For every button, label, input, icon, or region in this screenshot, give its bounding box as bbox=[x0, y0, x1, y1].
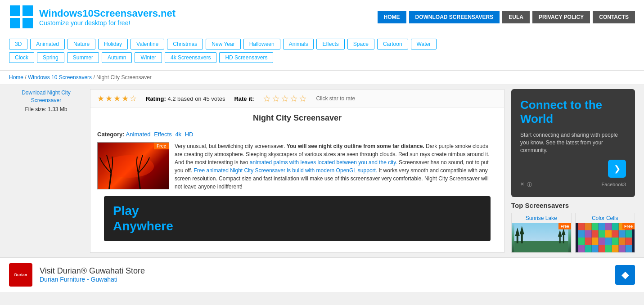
rate-star-1[interactable]: ☆ bbox=[263, 93, 271, 104]
rating-value: 4.2 bbox=[167, 95, 176, 102]
cat-animals[interactable]: Animals bbox=[283, 39, 314, 49]
durian-main-text: Visit Durian® Guwahati Store bbox=[40, 266, 145, 276]
svg-rect-38 bbox=[598, 238, 605, 245]
svg-rect-14 bbox=[559, 236, 561, 243]
svg-rect-16 bbox=[563, 234, 564, 243]
svg-rect-28 bbox=[585, 230, 591, 238]
cat-autumn[interactable]: Autumn bbox=[102, 52, 132, 63]
file-size: File size: 1.33 Mb bbox=[9, 106, 83, 112]
cat-summer[interactable]: Summer bbox=[67, 52, 99, 63]
privacy-button[interactable]: PRIVACY POLICY bbox=[532, 11, 590, 23]
cat-clock[interactable]: Clock bbox=[9, 52, 34, 63]
svg-rect-34 bbox=[625, 230, 632, 238]
center-content: ★ ★ ★ ★ ☆ Rating: 4.2 based on 45 votes … bbox=[90, 89, 504, 253]
breadcrumb-home[interactable]: Home bbox=[9, 74, 23, 81]
durian-sub-text: Durian Furniture - Guwahati bbox=[40, 276, 145, 283]
download-button[interactable]: DOWNLOAD SCREENSAVERS bbox=[409, 11, 500, 23]
durian-logo: Durian bbox=[9, 263, 32, 287]
rate-star-3[interactable]: ☆ bbox=[281, 93, 289, 104]
cat-link-4k[interactable]: 4k bbox=[175, 131, 181, 138]
cat-link-hd[interactable]: HD bbox=[185, 131, 194, 138]
download-link[interactable]: Download Night City Screensaver bbox=[9, 89, 83, 104]
screenshot-box: Free bbox=[97, 142, 169, 189]
svg-rect-47 bbox=[605, 245, 612, 252]
right-sidebar: Connect to the World Start connecting an… bbox=[504, 89, 635, 253]
breadcrumb-section[interactable]: Windows 10 Screensavers bbox=[28, 74, 92, 81]
svg-line-6 bbox=[109, 173, 111, 189]
screensaver-body: Category: Animated Effects 4k HD Free bbox=[90, 126, 504, 250]
cat-christmas[interactable]: Christmas bbox=[167, 39, 203, 49]
category-line: Category: Animated Effects 4k HD bbox=[97, 131, 497, 138]
svg-rect-2 bbox=[10, 18, 20, 28]
svg-rect-46 bbox=[598, 245, 605, 252]
cat-cartoon[interactable]: Cartoon bbox=[377, 39, 408, 49]
cat-water[interactable]: Water bbox=[411, 39, 437, 49]
fb-title: Connect to the World bbox=[520, 98, 626, 126]
rate-star-4[interactable]: ☆ bbox=[290, 93, 298, 104]
play-anywhere-ad: Play Anywhere bbox=[104, 196, 491, 241]
cat-4k[interactable]: 4k Screensavers bbox=[165, 52, 216, 63]
svg-rect-36 bbox=[585, 238, 591, 245]
durian-brand: Durian bbox=[14, 273, 27, 277]
durian-logo-inner: Durian bbox=[12, 266, 30, 284]
contacts-button[interactable]: CONTACTS bbox=[593, 11, 635, 23]
cat-spring[interactable]: Spring bbox=[37, 52, 64, 63]
svg-rect-29 bbox=[591, 230, 598, 238]
cat-space[interactable]: Space bbox=[347, 39, 374, 49]
category-label: Category: bbox=[97, 131, 125, 138]
screensaver-card-colorcells[interactable]: Color Cells bbox=[575, 213, 635, 253]
palm-silhouette bbox=[98, 144, 161, 189]
ad-line2: Anywhere bbox=[113, 219, 173, 234]
sunrise-card-image: Free bbox=[512, 223, 571, 252]
home-button[interactable]: HOME bbox=[378, 11, 406, 23]
windows-logo-icon bbox=[9, 4, 34, 29]
description-text: Very unusual, but bewitching city screen… bbox=[175, 142, 497, 191]
fb-arrow-button[interactable]: ❯ bbox=[608, 160, 626, 178]
svg-rect-43 bbox=[578, 245, 585, 252]
screensaver-card-sunrise[interactable]: Sunrise Lake bbox=[511, 213, 572, 253]
cat-link-effects[interactable]: Effects bbox=[154, 131, 172, 138]
cat-valentine[interactable]: Valentine bbox=[131, 39, 164, 49]
colorcells-card-title: Color Cells bbox=[576, 213, 635, 223]
cat-holiday[interactable]: Holiday bbox=[98, 39, 128, 49]
click-to-rate: Click star to rate bbox=[316, 95, 355, 102]
rating-text: Rating: 4.2 based on 45 votes bbox=[146, 95, 225, 102]
svg-rect-48 bbox=[612, 245, 618, 252]
rate-star-2[interactable]: ☆ bbox=[272, 93, 280, 104]
cat-animated[interactable]: Animated bbox=[30, 39, 65, 49]
fb-info-icon[interactable]: ⓘ bbox=[527, 181, 532, 188]
cat-3d[interactable]: 3D bbox=[9, 39, 27, 49]
facebook-box: Connect to the World Start connecting an… bbox=[511, 89, 635, 197]
cat-hd[interactable]: HD Screensavers bbox=[219, 52, 273, 63]
colorcells-free-badge: Free bbox=[622, 223, 635, 229]
cat-halloween[interactable]: Halloween bbox=[243, 39, 280, 49]
logo-text: Windows10Screensavers.net Customize your… bbox=[39, 8, 176, 27]
durian-arrow-button[interactable]: ◆ bbox=[615, 265, 635, 285]
rating-based: based on bbox=[177, 95, 202, 102]
svg-rect-50 bbox=[625, 245, 632, 252]
rating-votes: 45 bbox=[203, 95, 209, 102]
cat-effects[interactable]: Effects bbox=[316, 39, 344, 49]
desc-part1: Very unusual, but bewitching city screen… bbox=[175, 143, 287, 149]
svg-rect-32 bbox=[612, 230, 618, 238]
svg-rect-20 bbox=[585, 223, 591, 230]
logo-area: Windows10Screensavers.net Customize your… bbox=[9, 4, 176, 29]
eula-button[interactable]: EULA bbox=[502, 11, 530, 23]
cat-nature[interactable]: Nature bbox=[68, 39, 95, 49]
screensaver-cards: Sunrise Lake bbox=[511, 213, 635, 253]
rate-it-label: Rate it: bbox=[234, 95, 254, 102]
cat-link-animated[interactable]: Animated bbox=[126, 131, 151, 138]
ad-text-block: Play Anywhere bbox=[113, 203, 173, 233]
cat-winter[interactable]: Winter bbox=[135, 52, 162, 63]
svg-rect-49 bbox=[618, 245, 625, 252]
fb-desc: Start connecting and sharing with people… bbox=[520, 131, 626, 154]
durian-text: Visit Durian® Guwahati Store Durian Furn… bbox=[40, 266, 145, 283]
site-name: Windows10Screensavers.net bbox=[39, 8, 176, 19]
fb-close-icon[interactable]: ✕ bbox=[520, 181, 524, 188]
cat-newyear[interactable]: New Year bbox=[206, 39, 240, 49]
svg-rect-41 bbox=[618, 238, 625, 245]
bottom-ad: Durian Visit Durian® Guwahati Store Duri… bbox=[0, 257, 644, 292]
category-row-2: Clock Spring Summer Autumn Winter 4k Scr… bbox=[9, 52, 635, 63]
svg-rect-42 bbox=[625, 238, 632, 245]
rate-star-5[interactable]: ☆ bbox=[299, 93, 307, 104]
